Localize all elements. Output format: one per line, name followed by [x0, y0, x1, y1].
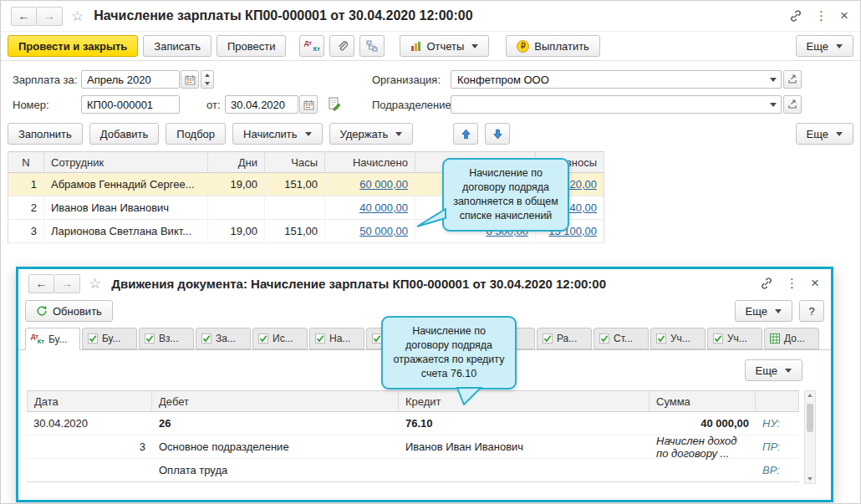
- favorite-star-icon[interactable]: ☆: [89, 275, 101, 293]
- table-row[interactable]: 3: [8, 220, 44, 243]
- table-more-button[interactable]: Еще: [796, 123, 853, 145]
- chevron-down-icon: [770, 103, 777, 107]
- close-icon[interactable]: ×: [811, 275, 819, 292]
- col-header-hours[interactable]: Часы: [265, 151, 325, 173]
- chevron-down-icon: [775, 309, 782, 313]
- employee-cell[interactable]: Ларионова Светлана Викт...: [44, 220, 208, 243]
- forward-button[interactable]: →: [37, 7, 63, 26]
- ruble-coin-icon: ₽: [517, 40, 529, 53]
- salary-period-input[interactable]: [81, 70, 180, 89]
- tab-data[interactable]: До...: [764, 328, 819, 349]
- back-button[interactable]: ←: [11, 7, 37, 26]
- debit-analytics[interactable]: Оплата труда: [152, 459, 399, 482]
- scroll-down-arrow[interactable]: [808, 477, 813, 481]
- table-row[interactable]: 1: [8, 173, 44, 196]
- forward-button[interactable]: →: [54, 274, 80, 293]
- credit-analytics[interactable]: Иванов Иван Иванович: [399, 435, 650, 459]
- col-header-accrued[interactable]: Начислено: [325, 151, 415, 173]
- post-and-close-button[interactable]: Провести и закрыть: [8, 35, 138, 57]
- movement-date[interactable]: 30.04.2020: [27, 412, 152, 435]
- period-calendar-button[interactable]: [181, 70, 199, 89]
- check-icon: [88, 333, 98, 344]
- link-icon[interactable]: [760, 277, 773, 290]
- menu-dots-icon[interactable]: ⋮: [815, 8, 828, 23]
- move-up-button[interactable]: [453, 123, 478, 145]
- favorite-star-icon[interactable]: ☆: [71, 8, 84, 25]
- check-icon: [713, 333, 723, 344]
- link-icon[interactable]: [789, 9, 802, 23]
- movements-more-button[interactable]: Еще: [745, 359, 802, 381]
- reports-button[interactable]: Отчеты: [400, 35, 489, 57]
- tab-register-13[interactable]: Уч...: [707, 328, 762, 349]
- scroll-up-arrow[interactable]: [808, 394, 813, 397]
- help-button[interactable]: ?: [799, 300, 824, 322]
- pay-button[interactable]: ₽ Выплатить: [506, 35, 600, 57]
- arrow-up-icon: [460, 128, 472, 140]
- move-down-button[interactable]: [485, 123, 510, 145]
- date-calendar-button[interactable]: [299, 95, 318, 114]
- callout-tail: [455, 387, 483, 405]
- payroll-document-window: ← → ☆ Начисление зарплаты КП00-000001 от…: [1, 1, 860, 61]
- save-button[interactable]: Записать: [143, 35, 211, 57]
- tab-register-6[interactable]: На...: [309, 328, 364, 349]
- organization-field[interactable]: Конфетпром ООО: [451, 70, 782, 89]
- related-documents-button[interactable]: [359, 35, 385, 57]
- movement-sum[interactable]: 40 000,00: [650, 412, 756, 435]
- debit-analytics[interactable]: Основное подразделение: [152, 435, 399, 459]
- organization-label: Организация:: [372, 74, 441, 86]
- col-header-n[interactable]: N: [8, 151, 44, 173]
- table-row[interactable]: 2: [8, 196, 44, 220]
- tab-register-12[interactable]: Уч...: [650, 328, 706, 349]
- withhold-button[interactable]: Удержать: [329, 123, 414, 145]
- more-button[interactable]: Еще: [735, 300, 792, 322]
- document-edit-icon[interactable]: [327, 96, 342, 111]
- debit-account[interactable]: 26: [152, 412, 399, 435]
- document-date-input[interactable]: [225, 95, 298, 114]
- refresh-button[interactable]: Обновить: [25, 300, 113, 322]
- attachments-button[interactable]: [329, 35, 354, 57]
- accrued-link[interactable]: 60 000,00: [359, 178, 408, 191]
- employee-cell[interactable]: Иванов Иван Иванович: [44, 196, 208, 220]
- fill-button[interactable]: Заполнить: [8, 123, 83, 145]
- add-row-button[interactable]: Добавить: [89, 123, 159, 145]
- tab-accounting[interactable]: ДтКтБу...: [25, 328, 80, 350]
- movement-line-number[interactable]: 3: [27, 435, 152, 459]
- tab-register-5[interactable]: Ис...: [252, 328, 308, 349]
- post-button[interactable]: Провести: [217, 35, 287, 57]
- period-spinner[interactable]: [201, 70, 214, 89]
- col-header-employee[interactable]: Сотрудник: [44, 151, 208, 173]
- col-header-credit[interactable]: Кредит: [399, 390, 650, 412]
- document-number-input[interactable]: [81, 95, 180, 114]
- accrue-button[interactable]: Начислить: [232, 123, 322, 145]
- scrollbar-thumb[interactable]: [807, 404, 813, 432]
- tab-register-11[interactable]: Ст...: [594, 328, 649, 349]
- nav-history: ← →: [28, 274, 80, 293]
- employee-cell[interactable]: Абрамов Геннадий Сергее...: [44, 173, 208, 196]
- movement-comment: Начислен доход по договору ...: [650, 435, 756, 459]
- chevron-down-icon: [471, 44, 478, 48]
- col-header-days[interactable]: Дни: [208, 151, 265, 173]
- tab-register-10[interactable]: Ра...: [537, 328, 592, 349]
- paperclip-icon: [336, 40, 348, 52]
- back-button[interactable]: ←: [28, 274, 54, 293]
- col-header-date[interactable]: Дата: [27, 390, 152, 412]
- col-header-sum[interactable]: Сумма: [650, 390, 756, 412]
- tab-register-4[interactable]: За...: [196, 328, 251, 349]
- credit-account[interactable]: 76.10: [399, 412, 650, 435]
- organization-open-button[interactable]: [783, 70, 802, 89]
- department-field[interactable]: [451, 95, 782, 114]
- more-button[interactable]: Еще: [796, 35, 853, 57]
- department-open-button[interactable]: [783, 95, 802, 114]
- pick-button[interactable]: Подбор: [166, 123, 226, 145]
- accrued-link[interactable]: 40 000,00: [359, 201, 408, 214]
- tab-register-3[interactable]: Вз...: [139, 328, 194, 349]
- dtkt-icon: ДтКт: [304, 40, 320, 53]
- menu-dots-icon[interactable]: ⋮: [786, 276, 798, 291]
- accrued-link[interactable]: 50 000,00: [359, 225, 408, 237]
- vertical-scrollbar[interactable]: [804, 390, 816, 484]
- show-postings-button[interactable]: ДтКт: [299, 35, 324, 57]
- arrow-down-icon: [492, 128, 504, 140]
- tab-register-2[interactable]: Бу...: [82, 328, 137, 349]
- close-icon[interactable]: ×: [840, 8, 848, 24]
- col-header-debit[interactable]: Дебет: [152, 390, 399, 412]
